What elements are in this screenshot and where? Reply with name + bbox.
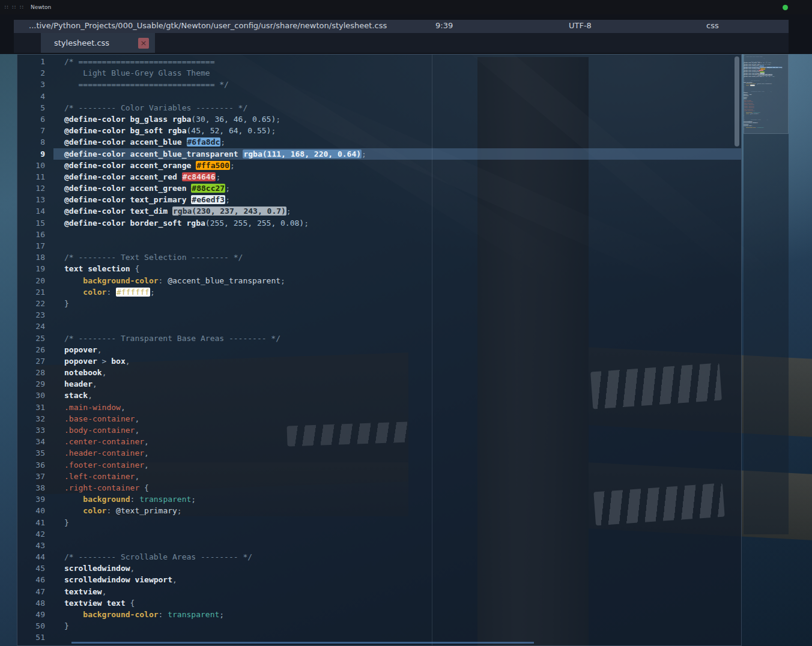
horizontal-scrollbar-thumb[interactable] (71, 642, 534, 644)
code-line[interactable]: ============================= */ (64, 79, 741, 90)
code-line[interactable]: @define-color text_dim rgba(230, 237, 24… (64, 205, 741, 217)
code-line[interactable]: color: #ffffff; (64, 286, 741, 298)
code-line[interactable]: textview text { (64, 597, 741, 609)
line-number[interactable]: 26 (17, 344, 45, 355)
code-line[interactable]: @define-color border_soft rgba(255, 255,… (64, 217, 741, 229)
line-number[interactable]: 48 (17, 597, 45, 609)
code-line[interactable]: } (64, 517, 741, 528)
line-number[interactable]: 29 (17, 378, 45, 390)
code-line[interactable]: background-color: @accent_blue_transpare… (64, 275, 741, 286)
line-number[interactable]: 28 (17, 367, 45, 378)
line-number[interactable]: 3 (17, 79, 45, 90)
line-number[interactable]: 45 (17, 563, 45, 574)
code-line[interactable]: popover > box, (64, 355, 741, 367)
code-line[interactable] (64, 240, 741, 252)
title-bar[interactable]: ∷ ∷ ∷ Newton (0, 0, 812, 14)
line-number[interactable]: 16 (17, 229, 45, 240)
code-line[interactable]: notebook, (64, 367, 741, 378)
line-number[interactable]: 51 (17, 632, 45, 643)
code-line[interactable]: Light Blue-Grey Glass Theme (64, 67, 741, 79)
code-line[interactable]: } (64, 620, 741, 632)
code-line[interactable]: /* -------- Scrollable Areas -------- */ (64, 551, 741, 563)
line-number[interactable]: 50 (17, 620, 45, 632)
line-number[interactable]: 8 (17, 136, 45, 148)
line-number[interactable]: 34 (17, 436, 45, 447)
vertical-scrollbar-thumb[interactable] (735, 56, 739, 146)
line-number[interactable]: 1 (17, 56, 45, 67)
line-number[interactable]: 12 (17, 183, 45, 194)
code-line[interactable]: .left-container, (64, 471, 741, 482)
code-line[interactable]: .body-container, (64, 424, 741, 436)
encoding-indicator[interactable]: UTF-8 (569, 21, 592, 30)
line-number[interactable]: 17 (17, 240, 45, 252)
code-line[interactable] (64, 644, 741, 646)
tab-stylesheet-css[interactable]: stylesheet.css × (41, 33, 155, 53)
code-line[interactable]: background-color: transparent; (64, 609, 741, 620)
code-line[interactable]: /* -------- Color Variables -------- */ (64, 102, 741, 113)
code-line[interactable]: @define-color text_primary #e6edf3; (64, 194, 741, 205)
code-line[interactable] (64, 309, 741, 321)
code-line[interactable]: text selection { (64, 263, 741, 274)
line-number[interactable]: 39 (17, 494, 45, 505)
line-number[interactable]: 6 (17, 113, 45, 125)
line-number[interactable]: 43 (17, 540, 45, 551)
line-number[interactable]: 27 (17, 355, 45, 367)
line-number[interactable]: 23 (17, 309, 45, 321)
line-number[interactable]: 42 (17, 528, 45, 540)
tab-close-button[interactable]: × (138, 38, 149, 49)
line-number[interactable]: 21 (17, 286, 45, 298)
cursor-position[interactable]: 9:39 (435, 21, 453, 30)
code-editor[interactable]: 1234567891011121314151617181920212223242… (17, 54, 742, 646)
code-line[interactable] (64, 528, 741, 540)
code-line[interactable]: .right-container { (64, 482, 741, 494)
code-line[interactable]: @define-color accent_blue_transparent rg… (53, 148, 741, 160)
code-line[interactable] (64, 540, 741, 551)
code-line[interactable]: .header-container, (64, 447, 741, 459)
line-number[interactable]: 11 (17, 171, 45, 183)
line-number[interactable]: 14 (17, 205, 45, 217)
line-number[interactable]: 22 (17, 298, 45, 309)
code-line[interactable]: .footer-container, (64, 459, 741, 471)
line-number[interactable]: 35 (17, 447, 45, 459)
line-number[interactable]: 10 (17, 160, 45, 171)
code-line[interactable]: color: @text_primary; (64, 505, 741, 516)
gutter[interactable]: 1234567891011121314151617181920212223242… (17, 56, 53, 646)
code-line[interactable]: scrolledwindow viewport, (64, 574, 741, 585)
line-number[interactable]: 31 (17, 402, 45, 413)
code-line[interactable]: } (64, 298, 741, 309)
window-status-dot[interactable] (783, 5, 788, 10)
code-line[interactable]: @define-color bg_soft rgba(45, 52, 64, 0… (64, 125, 741, 136)
line-number[interactable]: 18 (17, 252, 45, 263)
line-number[interactable]: 30 (17, 390, 45, 401)
code-line[interactable]: popover, (64, 344, 741, 355)
line-number[interactable]: 13 (17, 194, 45, 205)
code-line[interactable]: /* ============================= (64, 56, 741, 67)
language-indicator[interactable]: css (706, 21, 719, 30)
line-number[interactable]: 44 (17, 551, 45, 563)
line-number[interactable]: 24 (17, 321, 45, 332)
minimap-viewport[interactable] (744, 54, 789, 134)
line-number[interactable]: 19 (17, 263, 45, 274)
code-line[interactable]: .center-container, (64, 436, 741, 447)
code-line[interactable]: @define-color accent_orange #ffa500; (64, 160, 741, 171)
line-number[interactable]: 4 (17, 91, 45, 102)
code-line[interactable]: background: transparent; (64, 494, 741, 505)
code-line[interactable]: .base-container, (64, 413, 741, 424)
line-number[interactable]: 9 (17, 148, 45, 160)
line-number[interactable]: 36 (17, 459, 45, 471)
code-line[interactable]: @define-color accent_green #88cc27; (64, 183, 741, 194)
line-number[interactable]: 46 (17, 574, 45, 585)
code-line[interactable]: stack, (64, 390, 741, 401)
code-line[interactable]: .main-window, (64, 402, 741, 413)
line-number[interactable]: 2 (17, 67, 45, 79)
code-line[interactable]: @define-color bg_glass rgba(30, 36, 46, … (64, 113, 741, 125)
line-number[interactable]: 38 (17, 482, 45, 494)
code-line[interactable] (64, 321, 741, 332)
line-number[interactable]: 49 (17, 609, 45, 620)
line-number[interactable]: 32 (17, 413, 45, 424)
minimap[interactable]: /* ============================= Light B… (744, 54, 789, 534)
line-number[interactable]: 5 (17, 102, 45, 113)
code-line[interactable]: /* -------- Text Selection -------- */ (64, 252, 741, 263)
code-line[interactable]: @define-color accent_blue #6fa8dc; (64, 136, 741, 148)
line-number[interactable]: 40 (17, 505, 45, 516)
